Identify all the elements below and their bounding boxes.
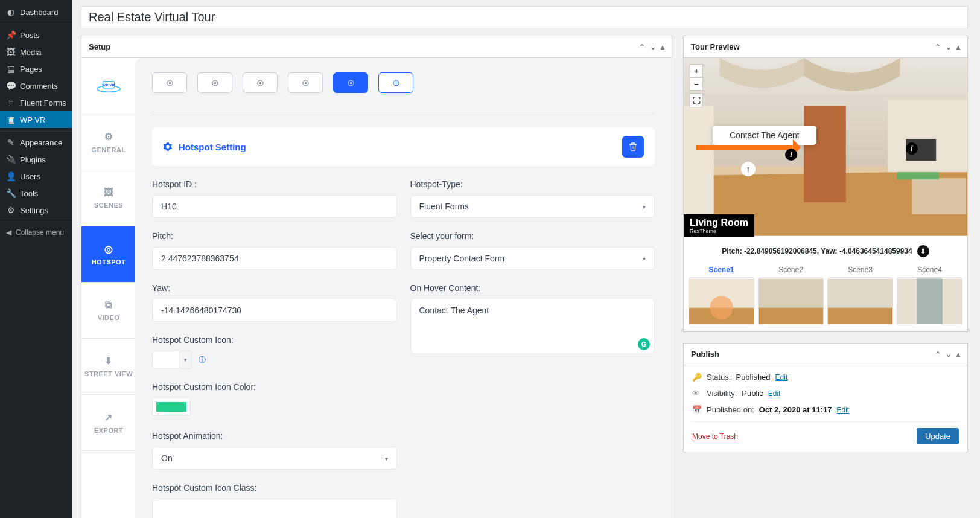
- hotspot-marker[interactable]: i: [785, 149, 797, 161]
- video-icon: ⧉: [105, 299, 112, 310]
- vr-icon: ▣: [6, 115, 16, 124]
- svg-point-12: [349, 82, 351, 83]
- form-select[interactable]: Property Contact Form: [410, 247, 655, 270]
- hotspot-tab-3[interactable]: [243, 72, 278, 93]
- hotspot-type-select[interactable]: Fluent Forms: [410, 195, 655, 218]
- panel-up-icon[interactable]: ⌃: [639, 43, 645, 51]
- icon-picker-dropdown[interactable]: ▾: [180, 351, 192, 369]
- panel-down-icon[interactable]: ⌄: [650, 43, 656, 51]
- scene-thumb-3[interactable]: Scene3: [827, 266, 893, 325]
- pitch-yaw-readout: Pitch: -22.849056192006845, Yaw: -4.0463…: [722, 247, 912, 255]
- delete-button[interactable]: [622, 136, 644, 158]
- sidebar-item-settings[interactable]: ⚙Settings: [0, 202, 72, 219]
- tab-general[interactable]: ⚙GENERAL: [81, 114, 136, 170]
- custom-icon-label: Hotspot Custom Icon:: [152, 335, 397, 345]
- setup-panel: Setup ⌃ ⌄ ▴ WP VR ⚙GENERAL: [81, 36, 672, 518]
- sidebar-item-fluentforms[interactable]: ≡Fluent Forms: [0, 94, 72, 111]
- svg-rect-16: [804, 106, 846, 202]
- sidebar-item-dashboard[interactable]: ◐Dashboard: [0, 4, 72, 21]
- icon-class-input[interactable]: [152, 499, 397, 518]
- hotspot-tab-4[interactable]: [288, 72, 323, 93]
- zoom-in-button[interactable]: +: [690, 64, 703, 77]
- apply-coords-button[interactable]: ⬇: [917, 245, 929, 257]
- panorama-viewer[interactable]: + − ⛶ Contact The Agent i i ↑ Living Roo…: [684, 58, 967, 237]
- tab-streetview[interactable]: ⬇STREET VIEW: [81, 339, 136, 395]
- move-to-trash-link[interactable]: Move to Trash: [692, 432, 738, 441]
- pitch-input[interactable]: [152, 247, 397, 270]
- tab-export[interactable]: ↗EXPORT: [81, 395, 136, 451]
- sidebar-item-plugins[interactable]: 🔌Plugins: [0, 151, 72, 168]
- animation-label: Hotspot Animation:: [152, 431, 397, 441]
- svg-rect-30: [917, 279, 943, 324]
- hotspot-tab-2[interactable]: [197, 72, 232, 93]
- hotspot-tab-5[interactable]: [333, 72, 368, 93]
- panel-toggle-icon[interactable]: ▴: [661, 43, 664, 51]
- panel-toggle-icon[interactable]: ▴: [956, 43, 960, 51]
- tab-scenes[interactable]: 🖼SCENES: [81, 170, 136, 226]
- comment-icon: 💬: [6, 81, 16, 91]
- icon-picker-box[interactable]: [152, 351, 180, 369]
- pitch-label: Pitch:: [152, 231, 397, 241]
- edit-status-link[interactable]: Edit: [775, 373, 788, 382]
- collapse-menu[interactable]: ◀Collapse menu: [0, 225, 72, 240]
- hotspot-add[interactable]: [378, 72, 413, 93]
- wpvr-logo: WP VR: [81, 58, 136, 114]
- target-icon: ◎: [104, 243, 113, 255]
- sidebar-item-users[interactable]: 👤Users: [0, 168, 72, 185]
- animation-select[interactable]: On: [152, 447, 397, 470]
- hotspot-type-label: Hotspot-Type:: [410, 179, 655, 189]
- scene-thumb-1[interactable]: Scene1: [689, 266, 754, 325]
- hotspot-marker[interactable]: i: [906, 142, 918, 155]
- svg-point-8: [259, 82, 261, 83]
- gear-icon: [163, 142, 173, 152]
- sidebar-item-posts[interactable]: 📌Posts: [0, 27, 72, 43]
- tour-preview-title: Tour Preview: [691, 42, 740, 51]
- panel-toggle-icon[interactable]: ▴: [956, 350, 960, 359]
- svg-point-10: [304, 82, 306, 83]
- svg-rect-18: [888, 100, 967, 172]
- zoom-out-button[interactable]: −: [690, 77, 703, 91]
- hotspot-setting-title: Hotspot Setting: [179, 142, 246, 152]
- annotation-arrow: [696, 145, 792, 150]
- panel-down-icon[interactable]: ⌄: [946, 43, 952, 51]
- svg-text:WP VR: WP VR: [103, 83, 115, 87]
- fullscreen-button[interactable]: ⛶: [690, 93, 703, 107]
- trash-icon: [628, 142, 638, 152]
- scene-thumb-4[interactable]: Scene4: [897, 266, 962, 325]
- key-icon: 🔑: [692, 373, 702, 382]
- update-button[interactable]: Update: [917, 428, 959, 444]
- color-picker[interactable]: [152, 398, 191, 416]
- svg-point-6: [214, 82, 215, 83]
- info-icon[interactable]: ⓘ: [197, 354, 208, 365]
- hotspot-id-input[interactable]: [152, 195, 397, 218]
- publish-panel: Publish ⌃⌄▴ 🔑Status: Published Edit 👁Vis…: [683, 343, 968, 452]
- tab-video[interactable]: ⧉VIDEO: [81, 283, 136, 339]
- yaw-input[interactable]: [152, 299, 397, 322]
- post-title-input[interactable]: [81, 6, 968, 28]
- hotspot-tab-1[interactable]: [152, 72, 187, 93]
- sidebar-item-pages[interactable]: ▤Pages: [0, 60, 72, 77]
- panel-up-icon[interactable]: ⌃: [935, 350, 941, 359]
- image-icon: 🖼: [104, 187, 114, 198]
- nav-marker[interactable]: ↑: [741, 162, 756, 176]
- edit-date-link[interactable]: Edit: [836, 406, 849, 414]
- svg-point-24: [710, 296, 733, 319]
- tab-hotspot[interactable]: ◎HOTSPOT: [81, 226, 136, 283]
- hover-textarea[interactable]: Contact The Agent: [410, 299, 655, 353]
- sidebar-item-wpvr[interactable]: ▣WP VR: [0, 111, 72, 128]
- yaw-label: Yaw:: [152, 283, 397, 293]
- scene-thumb-2[interactable]: Scene2: [758, 266, 824, 325]
- wp-admin-sidebar: ◐Dashboard 📌Posts 🖾Media ▤Pages 💬Comment…: [0, 0, 72, 518]
- mappin-icon: ⬇: [104, 355, 113, 366]
- sidebar-item-appearance[interactable]: ✎Appearance: [0, 134, 72, 151]
- svg-point-4: [168, 82, 170, 83]
- sidebar-item-tools[interactable]: 🔧Tools: [0, 185, 72, 202]
- sidebar-item-comments[interactable]: 💬Comments: [0, 77, 72, 94]
- panel-up-icon[interactable]: ⌃: [935, 43, 941, 51]
- plugin-icon: 🔌: [6, 155, 16, 164]
- panel-down-icon[interactable]: ⌄: [946, 350, 952, 359]
- grammarly-icon[interactable]: G: [638, 338, 650, 350]
- edit-visibility-link[interactable]: Edit: [768, 389, 781, 398]
- hotspot-id-label: Hotspot ID :: [152, 179, 397, 189]
- sidebar-item-media[interactable]: 🖾Media: [0, 43, 72, 60]
